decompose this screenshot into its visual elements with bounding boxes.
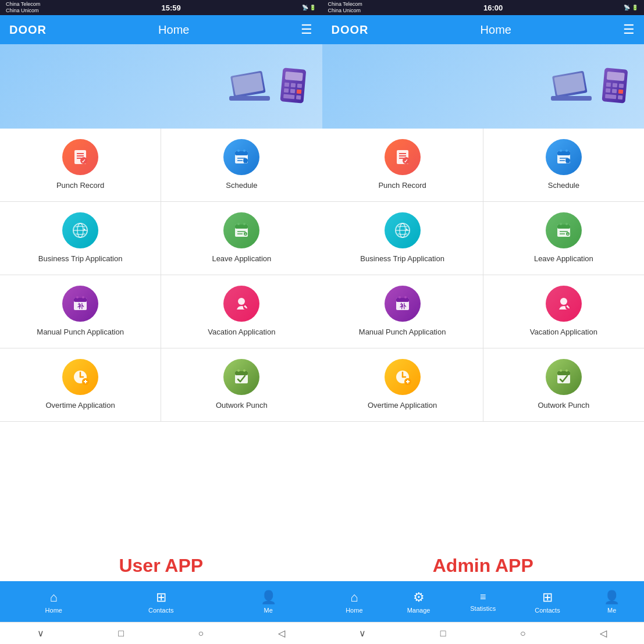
left-overtime[interactable]: Overtime Application bbox=[0, 348, 161, 421]
right-nav-me[interactable]: 👤 Me bbox=[579, 581, 644, 622]
right-manual-punch[interactable]: 补 Manual Punch Application bbox=[322, 275, 483, 348]
me-icon: 👤 bbox=[261, 590, 276, 605]
square-btn[interactable]: □ bbox=[118, 628, 124, 639]
right-hamburger-icon[interactable]: ☰ bbox=[623, 22, 635, 37]
right-manage-label: Manage bbox=[407, 607, 430, 614]
right-banner bbox=[322, 44, 645, 129]
home-icon: ⌂ bbox=[50, 590, 58, 605]
right-laptop-icon bbox=[551, 70, 597, 105]
right-status-bar: China Telecom China Unicom 16:00 📡 🔋 bbox=[322, 0, 645, 15]
svg-point-77 bbox=[560, 150, 562, 152]
right-vacation-label: Vacation Application bbox=[530, 328, 597, 337]
right-nav-home[interactable]: ⌂ Home bbox=[322, 581, 387, 622]
left-status-bar: China Telecom China Unicom 15:59 📡 🔋 bbox=[0, 0, 322, 15]
back-btn[interactable]: ∨ bbox=[37, 628, 44, 639]
right-triangle-btn[interactable]: ◁ bbox=[600, 628, 607, 639]
left-app-title: Home bbox=[158, 23, 189, 37]
outwork-punch-label: Outwork Punch bbox=[216, 401, 268, 411]
right-nav-manage[interactable]: ⚙ Manage bbox=[386, 581, 451, 622]
right-manual-punch-icon: 补 bbox=[385, 286, 421, 322]
right-contacts-label: Contacts bbox=[535, 607, 560, 614]
left-app-type: User APP bbox=[0, 550, 322, 581]
svg-point-41 bbox=[82, 296, 84, 298]
svg-point-78 bbox=[565, 150, 568, 152]
left-punch-record[interactable]: ✓ Punch Record bbox=[0, 129, 161, 201]
overtime-icon bbox=[62, 359, 98, 395]
contacts-label: Contacts bbox=[148, 607, 173, 614]
svg-rect-10 bbox=[296, 90, 301, 94]
right-square-btn[interactable]: □ bbox=[440, 628, 446, 639]
left-menu-row-3: 补 Manual Punch Application ✎ Vacation Ap… bbox=[0, 275, 322, 348]
svg-point-89 bbox=[565, 223, 568, 225]
right-schedule-icon: 👤 bbox=[546, 139, 582, 175]
left-nav-home[interactable]: ⌂ Home bbox=[0, 581, 108, 622]
right-punch-record[interactable]: ✓ Punch Record bbox=[322, 129, 483, 201]
right-home-label: Home bbox=[346, 607, 362, 614]
right-logo: DOOR bbox=[332, 23, 369, 37]
left-nav-me[interactable]: 👤 Me bbox=[215, 581, 322, 622]
right-vacation[interactable]: ✎ Vacation Application bbox=[483, 275, 644, 348]
left-business-trip[interactable]: Business Trip Application bbox=[0, 202, 161, 275]
svg-point-40 bbox=[76, 296, 79, 298]
right-calculator-icon bbox=[600, 67, 632, 105]
left-hamburger-icon[interactable]: ☰ bbox=[301, 22, 312, 37]
right-manual-punch-label: Manual Punch Application bbox=[359, 328, 446, 337]
svg-rect-87 bbox=[557, 225, 570, 229]
right-sys-nav: ∨ □ ○ ◁ bbox=[322, 622, 645, 644]
left-nav-contacts[interactable]: ⊞ Contacts bbox=[108, 581, 215, 622]
right-overtime[interactable]: Overtime Application bbox=[322, 348, 483, 421]
right-outwork-punch[interactable]: Outwork Punch bbox=[483, 348, 644, 421]
left-menu-row-2: Business Trip Application + Leave Applic… bbox=[0, 202, 322, 275]
right-menu-row-3: 补 Manual Punch Application ✎ Vacation Ap… bbox=[322, 275, 645, 348]
laptop-icon bbox=[229, 70, 276, 105]
svg-rect-76 bbox=[557, 151, 570, 155]
me-label: Me bbox=[264, 607, 273, 614]
right-leave[interactable]: + Leave Application bbox=[483, 202, 644, 275]
left-vacation[interactable]: ✎ Vacation Application bbox=[161, 275, 322, 348]
right-nav-contacts[interactable]: ⊞ Contacts bbox=[515, 581, 580, 622]
svg-rect-7 bbox=[297, 84, 302, 88]
svg-text:👤: 👤 bbox=[243, 158, 248, 163]
right-business-trip-label: Business Trip Application bbox=[360, 254, 444, 264]
left-app-header: DOOR Home ☰ bbox=[0, 15, 322, 44]
right-carrier: China Telecom China Unicom bbox=[328, 1, 362, 14]
right-me-label: Me bbox=[607, 607, 616, 614]
vacation-icon: ✎ bbox=[223, 286, 259, 322]
phones-container: China Telecom China Unicom 15:59 📡 🔋 DOO… bbox=[0, 0, 644, 644]
right-statistics-label: Statistics bbox=[470, 605, 496, 612]
left-menu-row-4: Overtime Application Outwork Punch bbox=[0, 348, 322, 422]
home-label: Home bbox=[45, 607, 62, 614]
left-outwork-punch[interactable]: Outwork Punch bbox=[161, 348, 322, 421]
svg-rect-31 bbox=[235, 225, 248, 229]
manual-punch-icon: 补 bbox=[62, 286, 98, 322]
leave-icon: + bbox=[223, 212, 259, 248]
triangle-btn[interactable]: ◁ bbox=[278, 628, 285, 639]
left-manual-punch[interactable]: 补 Manual Punch Application bbox=[0, 275, 161, 348]
right-business-trip[interactable]: Business Trip Application bbox=[322, 202, 483, 275]
svg-text:补: 补 bbox=[77, 303, 84, 309]
right-banner-icons bbox=[551, 67, 632, 105]
circle-btn[interactable]: ○ bbox=[198, 628, 204, 639]
svg-point-43 bbox=[238, 298, 245, 305]
svg-point-54 bbox=[237, 369, 240, 372]
svg-point-88 bbox=[560, 223, 562, 225]
right-nav-statistics[interactable]: ≡ Statistics bbox=[451, 581, 515, 622]
outwork-punch-icon bbox=[223, 359, 259, 395]
right-back-btn[interactable]: ∨ bbox=[359, 628, 366, 639]
right-contacts-icon: ⊞ bbox=[542, 590, 553, 605]
right-schedule[interactable]: 👤 Schedule bbox=[483, 129, 644, 201]
right-schedule-label: Schedule bbox=[548, 181, 579, 191]
svg-text:补: 补 bbox=[399, 303, 406, 309]
left-bottom-nav: ⌂ Home ⊞ Contacts 👤 Me bbox=[0, 581, 322, 622]
right-bottom-nav: ⌂ Home ⚙ Manage ≡ Statistics ⊞ Contacts … bbox=[322, 581, 645, 622]
svg-text:✓: ✓ bbox=[81, 158, 86, 164]
schedule-label: Schedule bbox=[226, 181, 257, 191]
svg-point-97 bbox=[404, 296, 407, 298]
svg-text:👤: 👤 bbox=[565, 158, 570, 163]
right-leave-label: Leave Application bbox=[534, 254, 593, 264]
manual-punch-label: Manual Punch Application bbox=[37, 328, 124, 337]
svg-rect-2 bbox=[229, 96, 270, 101]
right-circle-btn[interactable]: ○ bbox=[520, 628, 526, 639]
left-schedule[interactable]: 👤 Schedule bbox=[161, 129, 322, 201]
left-leave[interactable]: + Leave Application bbox=[161, 202, 322, 275]
